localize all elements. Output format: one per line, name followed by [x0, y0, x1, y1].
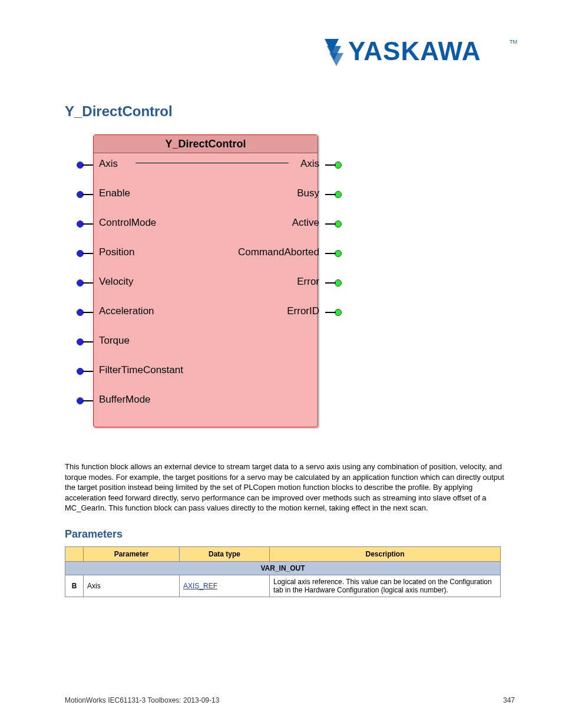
axis-ref-link[interactable]: AXIS_REF [183, 582, 217, 590]
footer-left-text: MotionWorks IEC61131-3 Toolboxes: 2013-0… [65, 696, 219, 704]
table-cell-datatype: AXIS_REF [180, 575, 270, 597]
table-cell-description: Logical axis reference. This value can b… [270, 575, 501, 597]
function-block-diagram: Y_DirectControl Axis Enable ControlMode … [77, 134, 342, 438]
table-section-var-in-out: VAR_IN_OUT [65, 561, 501, 575]
table-header-datatype: Data type [180, 546, 270, 561]
output-label-errorid: ErrorID [287, 305, 319, 317]
table-header-parameter: Parameter [84, 546, 180, 561]
output-label-active: Active [292, 217, 319, 229]
function-block-title: Y_DirectControl [94, 135, 318, 153]
output-label-error: Error [297, 276, 319, 288]
description-paragraph: This function block allows an external d… [65, 462, 515, 513]
section-title: Y_DirectControl [65, 103, 515, 120]
output-label-axis: Axis [300, 158, 319, 170]
output-label-commandaborted: CommandAborted [238, 246, 319, 258]
svg-text:TM: TM [510, 39, 517, 45]
logo-text: YASKAWA [348, 37, 481, 65]
yaskawa-logo: YASKAWA TM [323, 35, 518, 67]
input-label-torque: Torque [99, 335, 130, 347]
page-footer: MotionWorks IEC61131-3 Toolboxes: 2013-0… [65, 696, 515, 704]
parameters-table: Parameter Data type Description VAR_IN_O… [65, 546, 501, 597]
table-header-row: Parameter Data type Description [65, 546, 501, 561]
table-cell-parameter: Axis [84, 575, 180, 597]
output-label-busy: Busy [297, 187, 319, 199]
parameters-heading: Parameters [65, 528, 515, 541]
input-label-filtertimeconstant: FilterTimeConstant [99, 364, 183, 376]
table-header-description: Description [270, 546, 501, 561]
input-label-buffermode: BufferMode [99, 394, 151, 406]
footer-page-number: 347 [503, 696, 515, 704]
table-cell-side: B [65, 575, 84, 597]
table-row: B Axis AXIS_REF Logical axis reference. … [65, 575, 501, 597]
